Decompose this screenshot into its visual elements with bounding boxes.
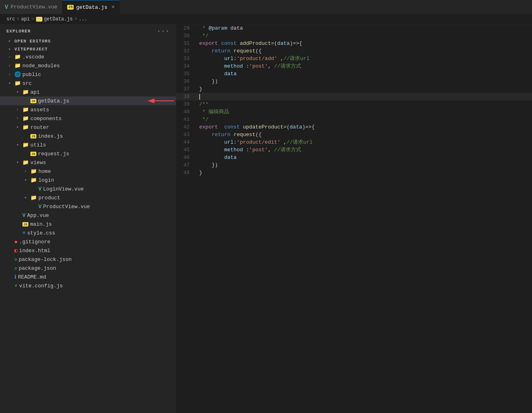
index-html-label: index.html xyxy=(19,248,50,254)
code-row-29: 29 * @param data xyxy=(176,24,532,32)
sidebar-item-api[interactable]: ▾ 📁 api xyxy=(0,88,176,96)
js-request-icon: JS xyxy=(30,152,36,156)
chevron-public: › xyxy=(6,72,13,77)
code-line-37: } xyxy=(196,85,532,93)
open-editors-section[interactable]: ▾ OPEN EDITORS xyxy=(0,36,176,44)
chevron-vscode: › xyxy=(6,55,13,59)
sidebar-item-src[interactable]: ▾ 📁 src xyxy=(0,79,176,88)
explorer-menu-button[interactable]: ··· xyxy=(157,28,170,35)
public-label: public xyxy=(22,72,41,78)
line-num-44: 44 xyxy=(176,138,196,146)
login-label: login xyxy=(38,177,54,183)
tab-product-view[interactable]: V ProductView.vue xyxy=(0,0,62,14)
open-editors-label: OPEN EDITORS xyxy=(14,39,51,44)
code-line-43: return request({ xyxy=(196,131,532,138)
product-label: product xyxy=(38,195,60,201)
code-row-43: 43 return request({ xyxy=(176,131,532,138)
sidebar-item-package-lock[interactable]: › ⚙ package-lock.json xyxy=(0,255,176,264)
project-label: VITEPROJECT xyxy=(14,47,48,52)
project-section[interactable]: ▾ VITEPROJECT xyxy=(0,44,176,52)
line-num-45: 45 xyxy=(176,146,196,154)
sidebar-item-views[interactable]: ▾ 📁 views xyxy=(0,158,176,167)
sidebar-item-login-view[interactable]: › V LoginView.vue xyxy=(0,184,176,193)
code-row-34: 34 method :'post', //请求方式 xyxy=(176,62,532,70)
vite-icon: ⚡ xyxy=(14,283,18,289)
code-line-34: method :'post', //请求方式 xyxy=(196,62,532,70)
node-modules-label: node_modules xyxy=(22,63,60,69)
breadcrumb: src > api > JS getData.js > ... xyxy=(0,14,532,24)
explorer-header: EXPLORER ··· xyxy=(0,24,176,36)
breadcrumb-src[interactable]: src xyxy=(6,16,15,22)
line-num-29: 29 xyxy=(176,24,196,32)
code-line-38 xyxy=(196,93,532,100)
line-num-42: 42 xyxy=(176,123,196,131)
folder-views-icon: 📁 xyxy=(22,159,29,166)
folder-node-icon: 📁 xyxy=(14,62,21,69)
sidebar-item-login[interactable]: ▾ 📁 login xyxy=(0,176,176,184)
router-label: router xyxy=(30,124,49,130)
main-layout: EXPLORER ··· ▾ OPEN EDITORS ▾ VITEPROJEC… xyxy=(0,24,532,413)
code-line-48: } xyxy=(196,169,532,176)
assets-label: assets xyxy=(30,107,49,113)
package-lock-label: package-lock.json xyxy=(19,257,72,263)
code-line-44: url:'product/edit' ,//请求url xyxy=(196,138,532,146)
sidebar-item-gitignore[interactable]: › ◆ .gitignore xyxy=(0,237,176,246)
sidebar-item-assets[interactable]: › 📁 assets xyxy=(0,105,176,114)
sidebar-item-components[interactable]: › 📁 components xyxy=(0,114,176,123)
sidebar-item-utils[interactable]: ▾ 📁 utils xyxy=(0,140,176,149)
code-line-41: */ xyxy=(196,116,532,123)
line-num-35: 35 xyxy=(176,70,196,78)
sidebar-item-style-css[interactable]: › ≡ style.css xyxy=(0,229,176,237)
close-tab-button[interactable]: × xyxy=(111,4,114,10)
chevron-home: › xyxy=(22,169,29,174)
html-icon: ◧ xyxy=(14,247,18,254)
sidebar-item-vscode[interactable]: › 📁 .vscode xyxy=(0,52,176,61)
sidebar-item-home[interactable]: › 📁 home xyxy=(0,167,176,176)
code-line-30: */ xyxy=(196,32,532,40)
chevron-src: ▾ xyxy=(6,81,13,86)
sidebar-item-vite-config[interactable]: › ⚡ vite.config.js xyxy=(0,281,176,290)
sidebar-item-router[interactable]: ▾ 📁 router xyxy=(0,123,176,132)
project-chevron: ▾ xyxy=(6,47,13,52)
code-row-39: 39 /** xyxy=(176,100,532,108)
sidebar-item-request[interactable]: › JS request.js xyxy=(0,149,176,158)
json-package-icon: ⚙ xyxy=(14,266,17,271)
code-line-46: data xyxy=(196,154,532,161)
breadcrumb-sep2: > xyxy=(31,16,34,22)
app-vue-label: App.vue xyxy=(27,213,49,219)
breadcrumb-api[interactable]: api xyxy=(21,16,30,22)
chevron-api: ▾ xyxy=(14,90,21,94)
code-editor[interactable]: 29 * @param data 30 */ 31 export const a… xyxy=(176,24,532,413)
src-label: src xyxy=(22,80,32,86)
sidebar-item-index-html[interactable]: › ◧ index.html xyxy=(0,246,176,255)
sidebar-item-app-vue[interactable]: › V App.vue xyxy=(0,211,176,220)
sidebar-item-get-data[interactable]: › JS getData.js xyxy=(0,96,176,105)
sidebar-item-node-modules[interactable]: › 📁 node_modules xyxy=(0,61,176,70)
code-line-31: export const addProduct=(data)=>{ xyxy=(196,40,532,47)
product-view-label: ProductView.vue xyxy=(43,204,90,210)
vue-icon: V xyxy=(5,4,8,10)
sidebar-item-public[interactable]: › 🌐 public xyxy=(0,70,176,79)
code-row-47: 47 }) xyxy=(176,161,532,169)
json-package-lock-icon: ⚙ xyxy=(14,257,17,262)
sidebar-item-main-js[interactable]: › JS main.js xyxy=(0,220,176,229)
breadcrumb-file[interactable]: getData.js xyxy=(44,16,73,22)
line-num-31: 31 xyxy=(176,40,196,47)
sidebar-item-package-json[interactable]: › ⚙ package.json xyxy=(0,264,176,273)
code-line-39: /** xyxy=(196,100,532,108)
tab-get-data-label: getData.js xyxy=(76,4,107,10)
code-row-42: 42 export const updateProduct=(data)=>{ xyxy=(176,123,532,131)
breadcrumb-sep3: > xyxy=(74,16,77,22)
code-line-40: * 编辑商品 xyxy=(196,108,532,116)
code-row-46: 46 data xyxy=(176,154,532,161)
sidebar-item-product[interactable]: ▾ 📁 product xyxy=(0,193,176,202)
tab-product-view-label: ProductView.vue xyxy=(10,4,57,10)
vscode-label: .vscode xyxy=(22,54,44,60)
sidebar-item-readme[interactable]: › ℹ README.md xyxy=(0,273,176,281)
sidebar-item-router-index[interactable]: › JS index.js xyxy=(0,132,176,140)
line-num-33: 33 xyxy=(176,55,196,62)
main-js-label: main.js xyxy=(30,221,52,227)
sidebar-item-product-view[interactable]: › V ProductView.vue xyxy=(0,202,176,211)
tab-get-data[interactable]: JS getData.js × xyxy=(62,0,120,14)
code-line-47: }) xyxy=(196,161,532,169)
